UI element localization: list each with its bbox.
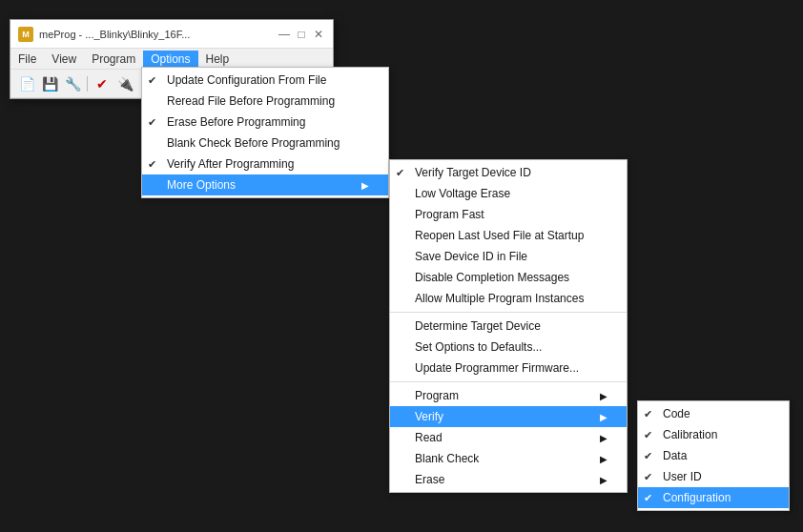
menu-file[interactable]: File [10,51,44,67]
toolbar-separator-1 [87,76,88,92]
program-sub-arrow: ▶ [600,391,607,401]
minimize-button[interactable]: — [278,28,291,41]
check-erase-before: ✔ [148,116,156,129]
more-allow-multiple[interactable]: Allow Multiple Program Instances [390,288,627,309]
more-determine-target[interactable]: Determine Target Device [390,316,627,337]
option-more-options[interactable]: More Options ▶ [142,174,388,195]
option-blank-check[interactable]: Blank Check Before Programming [142,133,388,153]
more-verify-target-id[interactable]: ✔ Verify Target Device ID [390,162,627,183]
separator-2 [390,381,627,382]
more-update-firmware[interactable]: Update Programmer Firmware... [390,358,627,379]
app-icon: M [18,27,33,42]
separator-1 [390,312,627,313]
options-dropdown: ✔ Update Configuration From File Reread … [141,67,389,198]
maximize-button[interactable]: □ [295,28,308,41]
more-reopen-last[interactable]: Reopen Last Used File at Startup [390,225,627,246]
toolbar-save[interactable]: 💾 [39,73,60,94]
window-controls: — □ ✕ [278,28,325,41]
verify-submenu: ✔ Code ✔ Calibration ✔ Data ✔ User ID ✔ … [637,400,790,511]
verify-configuration[interactable]: ✔ Configuration [638,487,789,508]
option-erase-before[interactable]: ✔ Erase Before Programming [142,112,388,133]
check-verify-target: ✔ [396,167,404,179]
menu-program[interactable]: Program [84,51,143,67]
toolbar-verify[interactable]: ✔ [92,73,113,94]
more-program-fast[interactable]: Program Fast [390,204,627,225]
menu-help[interactable]: Help [198,51,237,67]
check-user-id: ✔ [644,471,652,483]
more-blank-check-sub[interactable]: Blank Check ▶ [390,448,627,469]
verify-sub-arrow: ▶ [600,412,607,422]
toolbar-connect[interactable]: 🔌 [114,73,135,94]
read-sub-arrow: ▶ [600,433,607,443]
verify-code[interactable]: ✔ Code [638,403,789,424]
option-verify-after[interactable]: ✔ Verify After Programming [142,153,388,174]
menu-view[interactable]: View [44,51,84,67]
check-data: ✔ [644,450,652,462]
more-set-defaults[interactable]: Set Options to Defaults... [390,337,627,358]
check-code: ✔ [644,408,652,420]
more-options-dropdown: ✔ Verify Target Device ID Low Voltage Er… [389,159,628,493]
check-verify-after: ✔ [148,158,156,171]
check-configuration: ✔ [644,492,652,504]
more-verify-sub[interactable]: Verify ▶ [390,406,627,427]
more-program-sub[interactable]: Program ▶ [390,385,627,406]
window-title: meProg - ..._Blinky\Blinky_16F... [39,29,190,40]
close-button[interactable]: ✕ [312,28,325,41]
more-disable-completion[interactable]: Disable Completion Messages [390,267,627,288]
more-save-device-id[interactable]: Save Device ID in File [390,246,627,267]
verify-data[interactable]: ✔ Data [638,445,789,466]
more-erase-sub[interactable]: Erase ▶ [390,469,627,490]
option-reread-file[interactable]: Reread File Before Programming [142,91,388,112]
check-update-config: ✔ [148,74,156,87]
blank-check-sub-arrow: ▶ [600,454,607,464]
check-calibration: ✔ [644,429,652,441]
more-options-arrow: ▶ [361,180,369,191]
verify-user-id[interactable]: ✔ User ID [638,466,789,487]
option-update-config[interactable]: ✔ Update Configuration From File [142,70,388,91]
more-low-voltage[interactable]: Low Voltage Erase [390,183,627,204]
title-bar: M meProg - ..._Blinky\Blinky_16F... — □ … [10,20,333,49]
erase-sub-arrow: ▶ [600,475,607,485]
menu-options[interactable]: Options [143,51,197,67]
toolbar-new[interactable]: 📄 [16,73,37,94]
toolbar-settings[interactable]: 🔧 [62,73,83,94]
more-read-sub[interactable]: Read ▶ [390,427,627,448]
title-bar-left: M meProg - ..._Blinky\Blinky_16F... [18,27,190,42]
verify-calibration[interactable]: ✔ Calibration [638,424,789,445]
